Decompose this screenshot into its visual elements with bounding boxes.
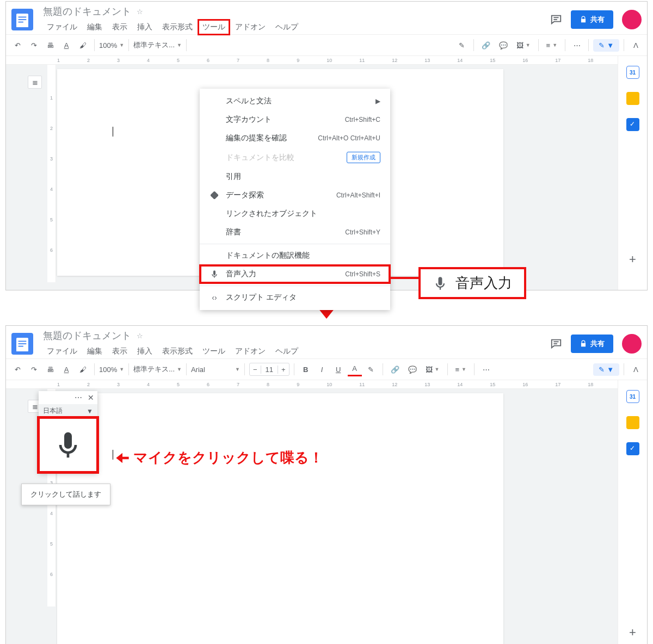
link-button[interactable]: 🔗 [478, 38, 494, 52]
comments-icon[interactable] [550, 338, 562, 350]
underline-button[interactable]: U [331, 362, 346, 376]
collapse-button[interactable]: ᐱ [629, 38, 643, 52]
collapse-button[interactable]: ᐱ [629, 362, 643, 376]
add-comment-button[interactable]: 💬 [496, 38, 511, 52]
menu-view[interactable]: 表示 [108, 20, 131, 34]
menu-format[interactable]: 表示形式 [158, 20, 196, 34]
print-button[interactable]: 🖶 [43, 38, 57, 52]
link-button[interactable]: 🔗 [387, 362, 403, 376]
calendar-icon[interactable]: 31 [626, 66, 639, 79]
menu-format[interactable]: 表示形式 [158, 344, 196, 358]
redo-button[interactable]: ↷ [27, 38, 41, 52]
style-dropdown[interactable]: 標準テキス...▼ [133, 364, 182, 374]
italic-button[interactable]: I [315, 362, 329, 376]
spellcheck-button[interactable]: A [59, 362, 73, 376]
doc-title[interactable]: 無題のドキュメント [43, 5, 131, 18]
image-button[interactable]: 🖼▼ [513, 38, 534, 52]
tools-item[interactable]: 編集の提案を確認Ctrl+Alt+O Ctrl+Alt+U [200, 129, 390, 147]
highlight-button[interactable]: ✎ [364, 362, 378, 376]
zoom-dropdown[interactable]: 100%▼ [99, 366, 124, 374]
voice-lang-dropdown[interactable]: 日本語 ▼ [39, 404, 97, 418]
tools-item[interactable]: スペルと文法▶ [200, 92, 390, 110]
more-button[interactable]: ⋯ [479, 362, 493, 376]
fontsize-value[interactable]: 11 [261, 366, 278, 374]
doc-title[interactable]: 無題のドキュメント [43, 329, 131, 342]
share-button[interactable]: 共有 [571, 335, 613, 353]
paint-icon[interactable]: ✎ [455, 38, 469, 52]
keep-icon[interactable] [626, 92, 639, 105]
align-button[interactable]: ≡▼ [452, 362, 470, 376]
menu-view[interactable]: 表示 [108, 344, 131, 358]
add-panel-button[interactable]: + [626, 626, 639, 639]
menu-file[interactable]: ファイル [43, 344, 81, 358]
menu-help[interactable]: ヘルプ [272, 344, 302, 358]
style-dropdown[interactable]: 標準テキス...▼ [133, 40, 182, 50]
tools-item[interactable]: 音声入力Ctrl+Shift+S [200, 265, 390, 283]
print-button[interactable]: 🖶 [43, 362, 57, 376]
menu-addons[interactable]: アドオン [231, 344, 269, 358]
paint-format-button[interactable]: 🖌 [76, 362, 90, 376]
more-button[interactable]: ⋯ [570, 38, 584, 52]
paint-format-button[interactable]: 🖌 [76, 38, 90, 52]
image-button[interactable]: 🖼▼ [422, 362, 443, 376]
mode-edit[interactable]: ✎▼ [593, 363, 619, 376]
svg-rect-6 [211, 191, 218, 199]
voice-close-icon[interactable]: ✕ [88, 393, 94, 402]
voice-settings-icon[interactable]: ⋯ [75, 393, 82, 402]
text-cursor [113, 127, 113, 137]
svg-rect-9 [19, 343, 27, 344]
fontsize-plus[interactable]: + [278, 366, 289, 374]
star-icon[interactable]: ☆ [137, 332, 143, 340]
voice-mic-button[interactable] [39, 418, 97, 472]
outline-button[interactable]: ≣ [28, 76, 42, 89]
bold-button[interactable]: B [299, 362, 313, 376]
calendar-icon[interactable]: 31 [626, 390, 639, 403]
spellcheck-button[interactable]: A [59, 38, 73, 52]
docs-logo[interactable] [11, 333, 33, 355]
menu-edit[interactable]: 編集 [83, 344, 106, 358]
voice-typing-panel[interactable]: ⋯ ✕ 日本語 ▼ [39, 391, 97, 472]
menu-edit[interactable]: 編集 [83, 20, 106, 34]
menu-tools[interactable]: ツール [199, 20, 229, 34]
lock-icon [580, 340, 587, 348]
align-button[interactable]: ≡▼ [543, 38, 561, 52]
fontsize-stepper[interactable]: − 11 + [249, 363, 289, 376]
undo-button[interactable]: ↶ [10, 38, 24, 52]
side-panel: 31 + [618, 380, 647, 644]
tools-item[interactable]: 辞書Ctrl+Shift+Y [200, 223, 390, 242]
side-panel: 31 + [618, 56, 647, 290]
docs-logo[interactable] [11, 9, 33, 30]
tasks-icon[interactable] [626, 442, 639, 455]
menu-help[interactable]: ヘルプ [272, 20, 302, 34]
redo-button[interactable]: ↷ [27, 362, 41, 376]
menubar: ファイル 編集 表示 挿入 表示形式 ツール アドオン ヘルプ [43, 20, 550, 34]
menu-addons[interactable]: アドオン [231, 20, 269, 34]
page[interactable] [57, 393, 503, 644]
mode-edit[interactable]: ✎▼ [593, 39, 619, 52]
tools-item[interactable]: 文字カウントCtrl+Shift+C [200, 110, 390, 129]
tools-item[interactable]: データ探索Ctrl+Alt+Shift+I [200, 186, 390, 205]
tools-item[interactable]: 引用 [200, 168, 390, 186]
svg-rect-7 [16, 338, 28, 351]
avatar[interactable] [622, 10, 642, 29]
menu-tools[interactable]: ツール [199, 344, 229, 358]
undo-button[interactable]: ↶ [10, 362, 24, 376]
zoom-dropdown[interactable]: 100%▼ [99, 41, 124, 49]
menu-file[interactable]: ファイル [43, 20, 81, 34]
avatar[interactable] [622, 334, 642, 354]
fontsize-minus[interactable]: − [250, 366, 261, 374]
tools-item[interactable]: リンクされたオブジェクト [200, 205, 390, 223]
share-button[interactable]: 共有 [571, 10, 613, 29]
star-icon[interactable]: ☆ [137, 8, 143, 16]
comments-icon[interactable] [550, 14, 562, 26]
add-panel-button[interactable]: + [626, 253, 639, 266]
text-color-button[interactable]: A [348, 362, 362, 376]
keep-icon[interactable] [626, 416, 639, 429]
tools-item[interactable]: ‹›スクリプト エディタ [200, 288, 390, 307]
menu-insert[interactable]: 挿入 [133, 20, 156, 34]
tools-item[interactable]: ドキュメントの翻訳機能 [200, 246, 390, 265]
tasks-icon[interactable] [626, 118, 639, 131]
font-dropdown[interactable]: Arial▼ [191, 366, 240, 374]
add-comment-button[interactable]: 💬 [405, 362, 420, 376]
menu-insert[interactable]: 挿入 [133, 344, 156, 358]
